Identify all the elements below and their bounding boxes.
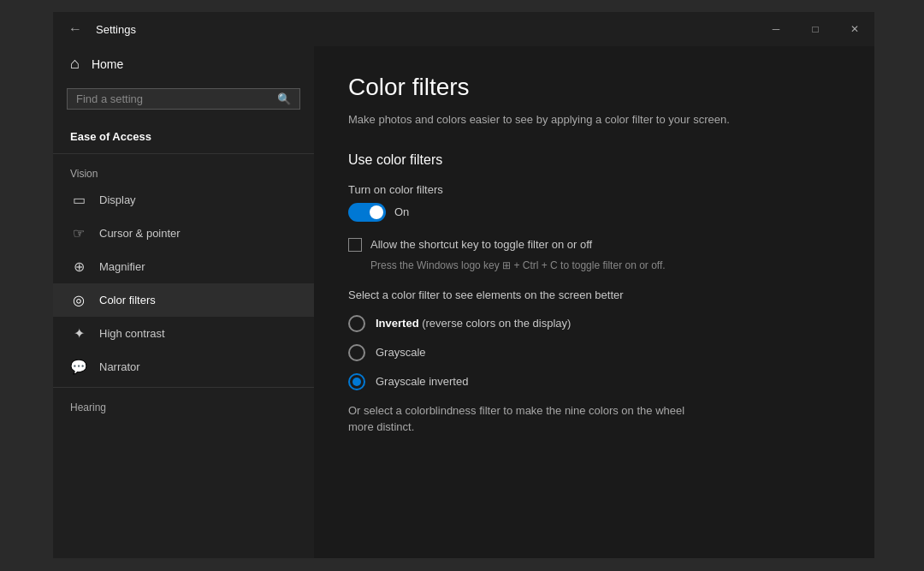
radio-inverted-circle[interactable] [348, 315, 365, 332]
sidebar-item-narrator-label: Narrator [99, 360, 140, 373]
cursor-icon: ☞ [70, 225, 87, 241]
narrator-icon: 💬 [70, 359, 87, 375]
hearing-group-label: Hearing [53, 391, 314, 417]
sidebar-section-label: Ease of Access [53, 116, 314, 150]
sidebar-item-display[interactable]: ▭ Display [53, 183, 314, 217]
sidebar-item-color-filters-label: Color filters [99, 294, 156, 306]
radio-option-inverted[interactable]: Inverted (reverse colors on the display) [348, 315, 840, 332]
radio-inverted-name: Inverted [376, 317, 419, 330]
colorblind-hint: Or select a colorblindness filter to mak… [348, 402, 708, 436]
shortcut-checkbox-row: Allow the shortcut key to toggle filter … [348, 237, 840, 253]
sidebar-item-home[interactable]: ⌂ Home [53, 46, 314, 81]
back-button[interactable]: ← [63, 18, 87, 40]
search-input[interactable] [76, 92, 277, 105]
vision-group-label: Vision [53, 158, 314, 183]
maximize-button[interactable]: □ [796, 12, 835, 46]
content-area: Color filters Make photos and colors eas… [314, 46, 874, 558]
sidebar-item-high-contrast-label: High contrast [99, 327, 165, 340]
radio-inverted-suffix: (reverse colors on the display) [422, 317, 571, 330]
titlebar: ← Settings ─ □ ✕ [53, 12, 874, 46]
minimize-button[interactable]: ─ [756, 12, 796, 46]
sidebar-item-color-filters[interactable]: ◎ Color filters [53, 283, 314, 317]
filter-select-label: Select a color filter to see elements on… [348, 288, 840, 301]
sidebar-item-magnifier[interactable]: ⊕ Magnifier [53, 250, 314, 283]
radio-grayscale-circle[interactable] [348, 344, 365, 361]
sidebar-item-high-contrast[interactable]: ✦ High contrast [53, 317, 314, 350]
sidebar-divider-top [53, 153, 314, 154]
shortcut-hint: Press the Windows logo key ⊞ + Ctrl + C … [348, 259, 840, 271]
window-title: Settings [96, 23, 136, 36]
use-color-filters-heading: Use color filters [348, 152, 840, 168]
home-label: Home [92, 57, 123, 71]
shortcut-checkbox-label: Allow the shortcut key to toggle filter … [370, 237, 592, 253]
radio-option-grayscale-inverted[interactable]: Grayscale inverted [348, 373, 840, 390]
sidebar: ⌂ Home 🔍 Ease of Access Vision ▭ Display… [53, 46, 314, 558]
sidebar-divider-bottom [53, 387, 314, 388]
color-filters-toggle[interactable] [348, 203, 386, 222]
settings-window: ← Settings ─ □ ✕ ⌂ Home 🔍 Ease of Access… [53, 12, 874, 558]
page-description: Make photos and colors easier to see by … [348, 111, 742, 128]
window-controls: ─ □ ✕ [756, 12, 874, 46]
sidebar-item-narrator[interactable]: 💬 Narrator [53, 350, 314, 384]
search-icon: 🔍 [277, 92, 291, 105]
page-title: Color filters [348, 74, 840, 101]
toggle-state-label: On [394, 205, 409, 218]
toggle-label: Turn on color filters [348, 183, 840, 196]
radio-option-grayscale[interactable]: Grayscale [348, 344, 840, 361]
radio-grayscale-label: Grayscale [376, 346, 426, 359]
radio-grayscale-inverted-circle[interactable] [348, 373, 365, 390]
magnifier-icon: ⊕ [70, 259, 87, 275]
color-filters-icon: ◎ [70, 292, 87, 308]
toggle-knob [370, 205, 383, 219]
radio-grayscale-inverted-label: Grayscale inverted [376, 375, 468, 388]
window-body: ⌂ Home 🔍 Ease of Access Vision ▭ Display… [53, 46, 874, 558]
titlebar-left: ← Settings [63, 18, 136, 40]
home-icon: ⌂ [70, 55, 80, 73]
high-contrast-icon: ✦ [70, 325, 87, 342]
search-box[interactable]: 🔍 [67, 88, 300, 110]
sidebar-item-display-label: Display [99, 193, 136, 206]
close-button[interactable]: ✕ [835, 12, 874, 46]
sidebar-item-magnifier-label: Magnifier [99, 260, 145, 273]
shortcut-checkbox[interactable] [348, 238, 362, 252]
radio-inverted-label: Inverted (reverse colors on the display) [376, 317, 571, 330]
sidebar-item-cursor-pointer[interactable]: ☞ Cursor & pointer [53, 217, 314, 250]
display-icon: ▭ [70, 192, 87, 208]
sidebar-item-cursor-label: Cursor & pointer [99, 227, 181, 240]
toggle-row: On [348, 203, 840, 222]
